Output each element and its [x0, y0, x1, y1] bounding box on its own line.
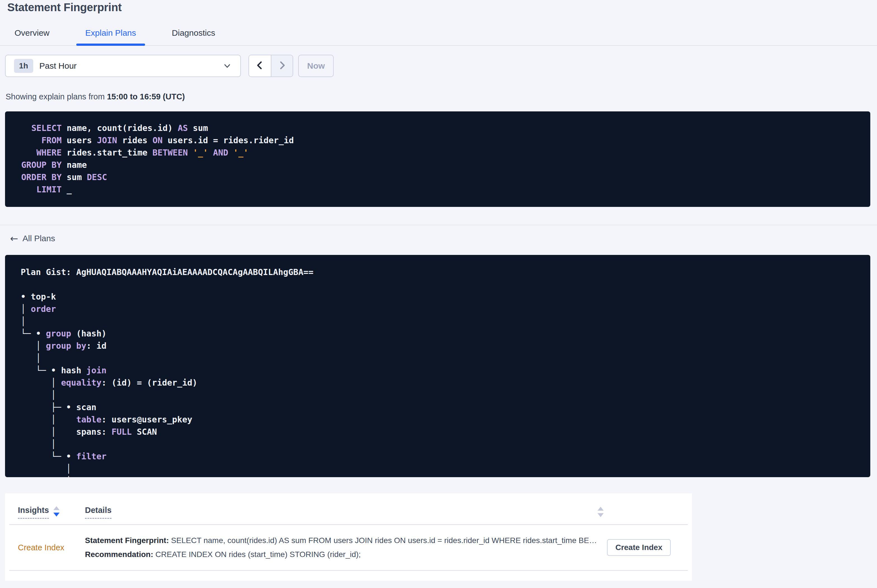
- page-title: Statement Fingerprint: [0, 0, 877, 14]
- section-divider: [0, 225, 877, 225]
- insights-card: Insights Details Create Index Statement …: [5, 494, 692, 581]
- sql-statement-block: SELECT name, count(rides.id) AS sum FROM…: [5, 111, 870, 207]
- recommendation-line: Recommendation: CREATE INDEX ON rides (s…: [85, 548, 597, 561]
- showing-range-text: Showing explain plans from 15:00 to 16:5…: [6, 92, 877, 101]
- prev-time-button[interactable]: [249, 55, 271, 76]
- row-action: Create Index: [607, 539, 671, 556]
- chevron-left-icon: [254, 60, 266, 72]
- time-range-badge: 1h: [14, 59, 33, 73]
- tab-diagnostics[interactable]: Diagnostics: [163, 28, 224, 45]
- now-button[interactable]: Now: [298, 55, 334, 77]
- insight-type-label: Create Index: [18, 543, 85, 552]
- plan-gist-block: Plan Gist: AgHUAQIABQAAAHYAQIAiAEAAAADCQ…: [5, 255, 870, 477]
- table-row: Create Index Statement Fingerprint: SELE…: [5, 525, 692, 570]
- time-range-value: 15:00 to 16:59 (UTC): [107, 92, 185, 101]
- next-time-button[interactable]: [271, 55, 293, 76]
- create-index-button[interactable]: Create Index: [607, 539, 671, 556]
- tab-explain-plans[interactable]: Explain Plans: [76, 28, 145, 45]
- time-controls: 1h Past Hour Now: [5, 55, 870, 77]
- details-header-label: Details: [85, 506, 111, 519]
- insight-details: Statement Fingerprint: SELECT name, coun…: [85, 534, 607, 561]
- chevron-down-icon: [223, 61, 232, 70]
- time-nav-group: [248, 55, 293, 77]
- insights-table-header: Insights Details: [5, 506, 692, 519]
- insights-header-label: Insights: [18, 506, 49, 519]
- all-plans-label: All Plans: [23, 234, 55, 243]
- all-plans-link[interactable]: ← All Plans: [10, 234, 55, 243]
- time-range-selector[interactable]: 1h Past Hour: [5, 55, 241, 77]
- sort-icon-insights[interactable]: [53, 506, 60, 516]
- column-header-insights[interactable]: Insights: [18, 506, 85, 519]
- card-footer: [5, 571, 692, 581]
- chevron-right-icon: [277, 60, 287, 72]
- tab-overview[interactable]: Overview: [6, 28, 59, 45]
- time-range-label: Past Hour: [39, 61, 77, 70]
- sort-icon-details[interactable]: [597, 506, 604, 517]
- tab-bar: Overview Explain Plans Diagnostics: [0, 28, 877, 46]
- column-header-details[interactable]: Details: [85, 506, 111, 519]
- statement-fingerprint-line: Statement Fingerprint: SELECT name, coun…: [85, 534, 597, 548]
- arrow-left-icon: ←: [10, 234, 18, 243]
